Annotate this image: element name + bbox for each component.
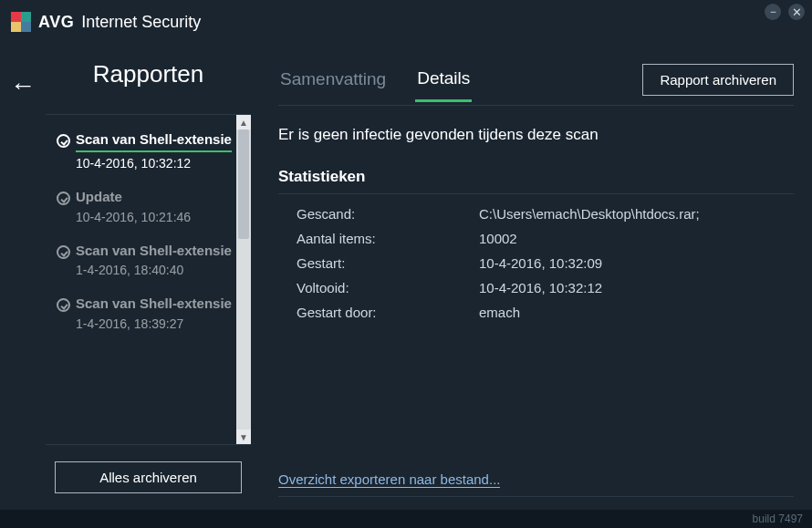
report-item-title: Update bbox=[76, 189, 122, 206]
report-item-date: 10-4-2016, 10:32:12 bbox=[76, 156, 233, 171]
stats-label: Gestart: bbox=[297, 255, 479, 271]
product-text: Internet Security bbox=[81, 13, 201, 32]
stats-table: Gescand: C:\Users\emach\Desktop\htdocs.r… bbox=[278, 202, 794, 325]
archive-report-button[interactable]: Rapport archiveren bbox=[642, 64, 794, 96]
brand-text: AVG bbox=[38, 13, 74, 32]
window-controls: － ✕ bbox=[765, 4, 805, 20]
back-button[interactable]: ← bbox=[10, 71, 36, 100]
stats-value: C:\Users\emach\Desktop\htdocs.rar; bbox=[479, 206, 794, 222]
archive-all-button[interactable]: Alles archiveren bbox=[55, 461, 242, 493]
stats-value: 10-4-2016, 10:32:09 bbox=[479, 255, 794, 271]
report-item-date: 1-4-2016, 18:39:27 bbox=[76, 316, 233, 331]
titlebar: AVG Internet Security － ✕ bbox=[0, 0, 812, 44]
report-item[interactable]: Scan van Shell-extensie 10-4-2016, 10:32… bbox=[53, 124, 236, 181]
check-icon bbox=[57, 134, 70, 148]
tab-details[interactable]: Details bbox=[415, 68, 472, 102]
scrollbar[interactable]: ▲ ▼ bbox=[236, 115, 251, 444]
statusbar: build 7497 bbox=[0, 510, 812, 528]
stats-value: 10-4-2016, 10:32:12 bbox=[479, 280, 794, 295]
stats-label: Aantal items: bbox=[297, 231, 479, 246]
report-list: Scan van Shell-extensie 10-4-2016, 10:32… bbox=[46, 115, 236, 444]
scroll-down-icon[interactable]: ▼ bbox=[236, 430, 251, 444]
stats-label: Gescand: bbox=[297, 206, 479, 222]
avg-logo-icon bbox=[11, 12, 31, 32]
report-item-title: Scan van Shell-extensie bbox=[76, 243, 232, 260]
stats-row: Gestart door: emach bbox=[278, 300, 794, 325]
check-icon bbox=[57, 192, 70, 205]
tab-summary[interactable]: Samenvatting bbox=[278, 69, 388, 100]
divider bbox=[278, 496, 794, 497]
report-item-title: Scan van Shell-extensie bbox=[76, 131, 232, 152]
stats-row: Aantal items: 10002 bbox=[278, 226, 794, 251]
stats-row: Gescand: C:\Users\emach\Desktop\htdocs.r… bbox=[278, 202, 794, 226]
stats-value: emach bbox=[479, 305, 794, 320]
stats-row: Gestart: 10-4-2016, 10:32:09 bbox=[278, 251, 794, 275]
stats-row: Voltooid: 10-4-2016, 10:32:12 bbox=[278, 275, 794, 300]
sidebar: Rapporten Scan van Shell-extensie 10-4-2… bbox=[46, 44, 251, 510]
stats-heading: Statistieken bbox=[278, 168, 794, 194]
close-button[interactable]: ✕ bbox=[788, 4, 805, 20]
stats-label: Voltooid: bbox=[297, 280, 479, 295]
report-item[interactable]: Update 10-4-2016, 10:21:46 bbox=[53, 181, 236, 235]
report-item[interactable]: Scan van Shell-extensie 1-4-2016, 18:40:… bbox=[53, 235, 236, 289]
build-label: build 7497 bbox=[753, 512, 803, 525]
scroll-up-icon[interactable]: ▲ bbox=[236, 115, 251, 129]
tab-row: Samenvatting Details Rapport archiveren bbox=[278, 64, 794, 106]
main-panel: Samenvatting Details Rapport archiveren … bbox=[251, 44, 812, 510]
report-item-date: 10-4-2016, 10:21:46 bbox=[76, 210, 233, 224]
stats-value: 10002 bbox=[479, 231, 794, 246]
scroll-thumb[interactable] bbox=[238, 129, 249, 239]
scan-result-message: Er is geen infectie gevonden tijdens dez… bbox=[278, 126, 794, 144]
scroll-track[interactable] bbox=[236, 129, 251, 430]
check-icon bbox=[57, 298, 70, 312]
minimize-button[interactable]: － bbox=[765, 4, 781, 20]
export-overview-link[interactable]: Overzicht exporteren naar bestand... bbox=[278, 471, 500, 488]
sidebar-title: Rapporten bbox=[46, 60, 251, 88]
logo-block: AVG Internet Security bbox=[11, 12, 201, 32]
stats-label: Gestart door: bbox=[297, 305, 479, 320]
check-icon bbox=[57, 245, 70, 259]
report-item[interactable]: Scan van Shell-extensie 1-4-2016, 18:39:… bbox=[53, 288, 236, 342]
report-item-date: 1-4-2016, 18:40:40 bbox=[76, 263, 233, 277]
report-item-title: Scan van Shell-extensie bbox=[76, 295, 232, 313]
